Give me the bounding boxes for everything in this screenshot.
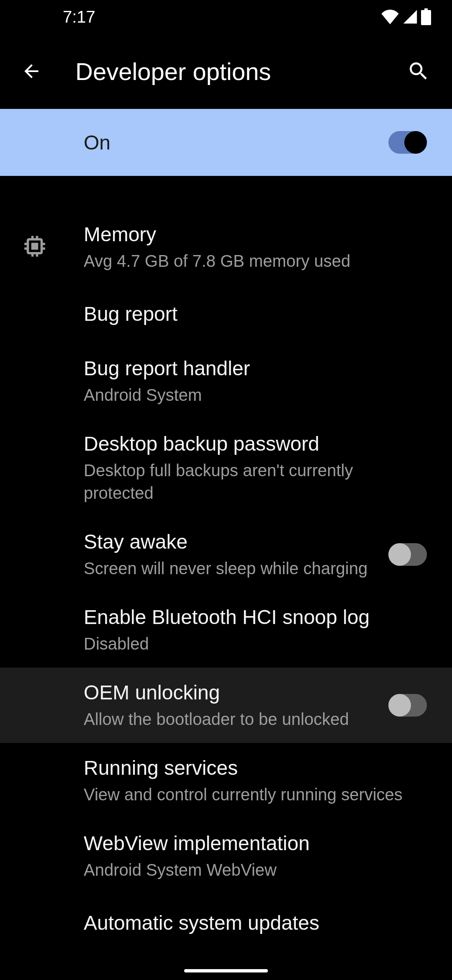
auto-system-updates-title: Automatic system updates [84,910,427,936]
desktop-backup-item[interactable]: Desktop backup password Desktop full bac… [0,419,452,517]
running-services-item[interactable]: Running services View and control curren… [0,743,452,818]
bt-hci-subtitle: Disabled [84,630,427,655]
webview-title: WebView implementation [84,831,427,856]
stay-awake-title: Stay awake [84,529,376,554]
running-services-subtitle: View and control currently running servi… [84,781,427,806]
status-time: 7:17 [63,8,95,26]
search-button[interactable] [402,59,435,83]
running-services-title: Running services [84,756,427,781]
stay-awake-item[interactable]: Stay awake Screen will never sleep while… [0,517,452,592]
app-bar: Developer options [0,34,452,109]
bug-report-title: Bug report [84,302,427,327]
master-toggle-label: On [84,131,110,154]
back-button[interactable] [17,61,59,82]
back-arrow-icon [21,61,42,82]
settings-list: Memory Avg 4.7 GB of 7.8 GB memory used … [0,176,452,952]
desktop-backup-subtitle: Desktop full backups aren't currently pr… [84,456,427,504]
stay-awake-subtitle: Screen will never sleep while charging [84,554,376,580]
bug-report-handler-title: Bug report handler [84,356,427,381]
auto-system-updates-item[interactable]: Automatic system updates [0,894,452,952]
webview-item[interactable]: WebView implementation Android System We… [0,818,452,894]
memory-item[interactable]: Memory Avg 4.7 GB of 7.8 GB memory used [0,209,452,285]
bug-report-handler-item[interactable]: Bug report handler Android System [0,343,452,419]
oem-unlocking-item[interactable]: OEM unlocking Allow the bootloader to be… [0,668,452,743]
gesture-nav-handle[interactable] [184,969,268,972]
webview-subtitle: Android System WebView [84,856,427,881]
oem-unlocking-switch[interactable] [388,694,427,717]
oem-unlocking-title: OEM unlocking [84,680,376,705]
bug-report-handler-subtitle: Android System [84,381,427,406]
memory-icon [21,232,49,262]
status-icons [381,8,435,25]
bt-hci-item[interactable]: Enable Bluetooth HCI snoop log Disabled [0,592,452,668]
cellular-icon [403,9,418,24]
battery-icon [421,8,431,25]
memory-subtitle: Avg 4.7 GB of 7.8 GB memory used [84,247,427,272]
master-switch[interactable] [388,131,427,154]
bug-report-item[interactable]: Bug report [0,285,452,343]
stay-awake-switch[interactable] [388,543,427,566]
memory-title: Memory [84,222,427,247]
oem-unlocking-subtitle: Allow the bootloader to be unlocked [84,705,376,730]
search-icon [407,59,430,83]
bt-hci-title: Enable Bluetooth HCI snoop log [84,605,427,630]
page-title: Developer options [59,57,402,85]
wifi-icon [381,9,399,24]
master-toggle-row[interactable]: On [0,109,452,176]
desktop-backup-title: Desktop backup password [84,431,427,456]
status-bar: 7:17 [0,0,452,34]
